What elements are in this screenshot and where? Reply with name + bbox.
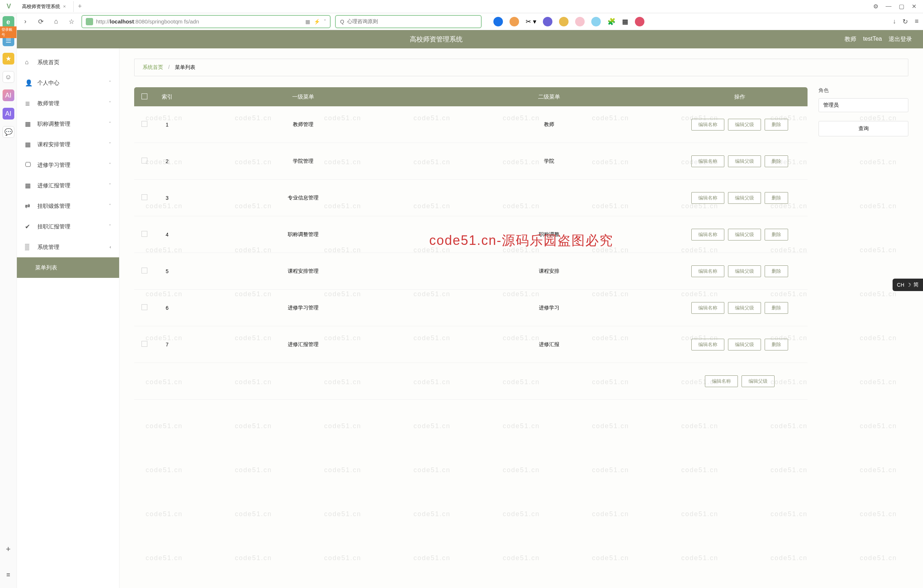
row-level1: 进修汇报管理 [180, 341, 426, 348]
delete-button[interactable]: 删除 [765, 155, 788, 167]
sidebar-item-0[interactable]: ⌂ 系统首页 [17, 52, 119, 72]
edit-parent-button[interactable]: 编辑父级 [728, 302, 761, 314]
delete-button[interactable]: 删除 [765, 229, 788, 240]
menu-icon-3: ▦ [25, 120, 32, 128]
nav-reload-icon[interactable]: ⟳ [35, 16, 46, 27]
row-checkbox[interactable] [141, 158, 147, 164]
qr-icon[interactable]: ▦ [305, 19, 310, 25]
row-checkbox[interactable] [141, 231, 147, 237]
sidebar-item-3[interactable]: ▦ 职称调整管理 ˅ [17, 113, 119, 134]
dock-chat-icon[interactable]: ☺ [3, 71, 14, 83]
settings-icon[interactable]: ⚙ [873, 3, 878, 10]
window-close-icon[interactable]: ✕ [912, 3, 916, 10]
ext-weibo-icon[interactable] [509, 17, 519, 26]
sidebar-item-8[interactable]: ✔ 挂职汇报管理 ˅ [17, 216, 119, 237]
menu-icon[interactable]: ≡ [915, 18, 919, 26]
ext-6-icon[interactable] [559, 17, 568, 26]
delete-button[interactable]: 删除 [765, 119, 788, 130]
menu-icon-1: 👤 [25, 79, 32, 87]
edit-parent-button[interactable]: 编辑父级 [728, 192, 761, 204]
row-index: 4 [154, 232, 180, 238]
sidebar-item-5[interactable]: 🖵 进修学习管理 ˅ [17, 155, 119, 175]
row-checkbox[interactable] [141, 268, 147, 273]
ext-badge-icon[interactable] [635, 17, 644, 26]
edit-name-button[interactable]: 编辑名称 [691, 119, 724, 130]
select-all-checkbox[interactable] [141, 94, 147, 99]
history-icon[interactable]: ↻ [902, 18, 908, 26]
table-row: 1 教师管理 教师 编辑名称 编辑父级 删除 [134, 106, 808, 143]
edit-parent-button[interactable]: 编辑父级 [728, 229, 761, 240]
edit-name-button[interactable]: 编辑名称 [705, 375, 738, 387]
window-minimize-icon[interactable]: — [885, 3, 892, 10]
row-checkbox[interactable] [141, 194, 147, 200]
table-row: 5 课程安排管理 课程安排 编辑名称 编辑父级 删除 [134, 253, 808, 290]
sidebar-item-4[interactable]: ▦ 课程安排管理 ˅ [17, 134, 119, 155]
table-row: 编辑名称 编辑父级 [134, 363, 808, 399]
sidebar-item-6[interactable]: ▦ 进修汇报管理 ˅ [17, 175, 119, 196]
delete-button[interactable]: 删除 [765, 265, 788, 277]
ext-mail-icon[interactable] [493, 17, 503, 26]
dock-star-icon[interactable]: ★ [3, 53, 14, 64]
nav-home-icon[interactable]: ⌂ [51, 16, 62, 27]
scissors-icon[interactable]: ✂ ▾ [526, 18, 536, 26]
sidebar-item-9[interactable]: ▒ 系统管理 ‹ [17, 237, 119, 257]
breadcrumb-home[interactable]: 系统首页 [143, 64, 163, 70]
row-checkbox[interactable] [141, 341, 147, 347]
edit-name-button[interactable]: 编辑名称 [691, 229, 724, 240]
bolt-icon[interactable]: ⚡ [314, 19, 320, 25]
edit-name-button[interactable]: 编辑名称 [691, 192, 724, 204]
row-level1: 专业信息管理 [180, 195, 426, 201]
tab-close-icon[interactable]: × [63, 4, 66, 9]
ext-translate-icon[interactable] [543, 17, 552, 26]
dock-ai1-icon[interactable]: AI [3, 89, 14, 101]
sidebar-item-2[interactable]: ≣ 教师管理 ˅ [17, 93, 119, 113]
chevron-down-icon[interactable]: ˅ [324, 19, 326, 25]
app-user-area: 教师 testTea 退出登录 [844, 36, 912, 43]
search-button[interactable]: 查询 [818, 121, 908, 136]
edit-name-button[interactable]: 编辑名称 [691, 302, 724, 314]
dock-ai2-icon[interactable]: AI [3, 108, 14, 120]
edit-parent-button[interactable]: 编辑父级 [728, 155, 761, 167]
ext-8-icon[interactable] [591, 17, 601, 26]
delete-button[interactable]: 删除 [765, 302, 788, 314]
row-level2: 教师 [426, 122, 672, 128]
puzzle-icon[interactable]: 🧩 [608, 18, 616, 26]
dock-login-label[interactable]: 登录账号 [0, 26, 16, 38]
logout-link[interactable]: 退出登录 [889, 36, 912, 43]
row-checkbox[interactable] [141, 304, 147, 310]
edit-parent-button[interactable]: 编辑父级 [728, 339, 761, 350]
nav-bookmark-icon[interactable]: ☆ [66, 16, 77, 27]
row-index: 2 [154, 158, 180, 164]
edit-parent-button[interactable]: 编辑父级 [742, 375, 775, 387]
dock-add-icon[interactable]: + [3, 543, 14, 555]
table-row: 2 学院管理 学院 编辑名称 编辑父级 删除 [134, 143, 808, 180]
edit-name-button[interactable]: 编辑名称 [691, 265, 724, 277]
dock-list-icon[interactable]: ≡ [3, 569, 14, 581]
sidebar-sub-menu-list[interactable]: 菜单列表 [17, 257, 119, 278]
grid-icon[interactable]: ▦ [622, 18, 628, 26]
browser-tab[interactable]: 高校师资管理系统 × [15, 1, 74, 12]
edit-parent-button[interactable]: 编辑父级 [728, 119, 761, 130]
role-input[interactable] [818, 98, 908, 112]
delete-button[interactable]: 删除 [765, 339, 788, 350]
row-checkbox[interactable] [141, 121, 147, 127]
row-level1: 课程安排管理 [180, 268, 426, 274]
window-maximize-icon[interactable]: ▢ [899, 3, 904, 10]
table-row: 3 专业信息管理 编辑名称 编辑父级 删除 [134, 180, 808, 216]
sidebar-item-1[interactable]: 👤 个人中心 ˅ [17, 72, 119, 93]
sidebar-item-7[interactable]: ⇄ 挂职锻炼管理 ˅ [17, 196, 119, 216]
search-box[interactable]: Q 心理咨询原则 [335, 15, 482, 28]
chevron-icon-5: ˅ [109, 163, 111, 168]
edit-name-button[interactable]: 编辑名称 [691, 339, 724, 350]
address-bar[interactable]: http://localhost:8080/springbootqm fs/ad… [81, 15, 331, 28]
ime-badge[interactable]: CH ☽ 简 [893, 279, 923, 291]
nav-forward-icon[interactable]: › [20, 16, 31, 27]
delete-button[interactable]: 删除 [765, 192, 788, 204]
chevron-icon-2: ˅ [109, 101, 111, 106]
download-icon[interactable]: ↓ [893, 18, 896, 26]
edit-parent-button[interactable]: 编辑父级 [728, 265, 761, 277]
dock-chat2-icon[interactable]: 💬 [3, 126, 14, 138]
edit-name-button[interactable]: 编辑名称 [691, 155, 724, 167]
new-tab-button[interactable]: + [74, 3, 87, 10]
ext-7-icon[interactable] [575, 17, 585, 26]
